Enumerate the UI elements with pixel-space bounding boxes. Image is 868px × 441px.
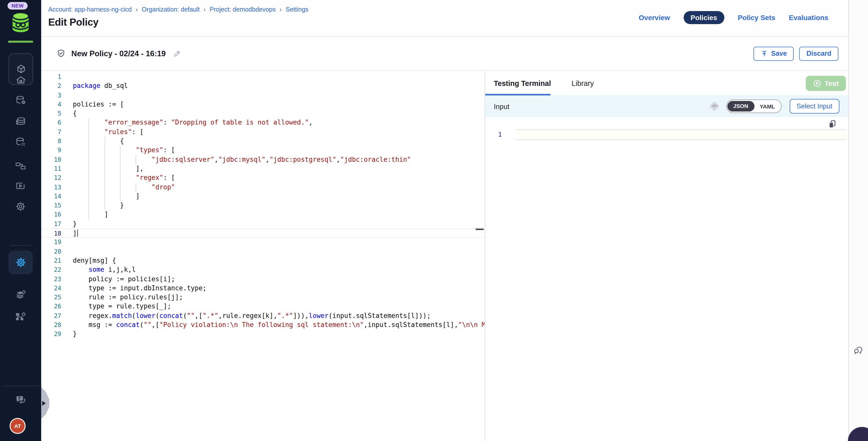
line-number: 22 bbox=[41, 265, 61, 275]
code-line[interactable]: 21deny[msg] { bbox=[41, 256, 485, 265]
code-line[interactable]: 8 { bbox=[41, 137, 485, 146]
project-settings-active-tile[interactable] bbox=[8, 251, 33, 274]
home-icon[interactable] bbox=[0, 74, 41, 86]
line-number: 2 bbox=[41, 82, 61, 91]
code-line[interactable]: 22 some i,j,k,l bbox=[41, 265, 485, 275]
code-line[interactable]: 24 type := input.dbInstance.type; bbox=[41, 284, 485, 293]
line-number: 8 bbox=[41, 137, 61, 146]
new-badge: NEW bbox=[7, 2, 28, 9]
line-number: 29 bbox=[41, 330, 61, 339]
test-button[interactable]: Test bbox=[806, 76, 846, 91]
code-line[interactable]: 18] bbox=[41, 228, 485, 238]
code-line[interactable]: 16 ] bbox=[41, 210, 485, 220]
left-nav-sidebar: NEW bbox=[0, 0, 41, 441]
line-number: 3 bbox=[41, 91, 61, 100]
line-number: 18 bbox=[41, 229, 61, 238]
code-line[interactable]: 25 rule := policy.rules[j]; bbox=[41, 293, 485, 302]
policy-name: New Policy - 02/24 - 16:19 bbox=[71, 49, 166, 58]
db-instance-settings-icon[interactable] bbox=[0, 94, 41, 106]
input-line-number: 1 bbox=[485, 131, 502, 138]
line-number: 12 bbox=[41, 174, 61, 183]
help-icon[interactable]: ? bbox=[0, 393, 41, 406]
code-line[interactable]: 20 bbox=[41, 247, 485, 256]
cube-icon bbox=[14, 63, 27, 75]
code-line[interactable]: 13 "drop" bbox=[41, 183, 485, 192]
line-number: 10 bbox=[41, 155, 61, 164]
db-schema-icon[interactable] bbox=[0, 136, 41, 148]
chat-bubbles-icon[interactable] bbox=[853, 345, 864, 358]
code-line[interactable]: 11 ], bbox=[41, 164, 485, 174]
breadcrumb-link[interactable]: Project: demodbdevops bbox=[210, 6, 276, 13]
input-editor[interactable]: 1 bbox=[485, 117, 848, 177]
line-number: 4 bbox=[41, 100, 61, 109]
code-line[interactable]: 5{ bbox=[41, 109, 485, 118]
active-module-underline bbox=[8, 41, 33, 43]
active-gear-icon bbox=[14, 256, 27, 269]
select-input-button[interactable]: Select Input bbox=[789, 99, 839, 114]
save-button[interactable]: Save bbox=[753, 46, 794, 61]
code-format-icon: </> bbox=[709, 101, 719, 112]
shield-check-icon bbox=[56, 49, 66, 58]
format-toggle: JSON YAML bbox=[726, 99, 781, 113]
discard-button[interactable]: Discard bbox=[800, 46, 838, 61]
svg-text:?: ? bbox=[18, 396, 21, 401]
code-line[interactable]: 3 bbox=[41, 91, 485, 100]
org-settings-icon[interactable] bbox=[0, 310, 41, 323]
copy-icon[interactable] bbox=[828, 120, 836, 130]
line-number: 9 bbox=[41, 146, 61, 155]
tab-overview[interactable]: Overview bbox=[639, 13, 670, 22]
text-cursor bbox=[78, 229, 78, 237]
code-line[interactable]: 29} bbox=[41, 330, 485, 339]
line-number: 27 bbox=[41, 311, 61, 320]
tab-evaluations[interactable]: Evaluations bbox=[789, 13, 828, 22]
layers-settings-icon[interactable] bbox=[0, 288, 41, 302]
code-line[interactable]: 9 "types": [ bbox=[41, 146, 485, 155]
code-line[interactable]: 10 "jdbc:sqlserver","jdbc:mysql","jdbc:p… bbox=[41, 155, 485, 164]
tab-testing-terminal[interactable]: Testing Terminal bbox=[494, 79, 551, 87]
code-line[interactable]: 7 "rules": [ bbox=[41, 128, 485, 137]
code-editor[interactable]: 12package db_sql34policies := [5{6 "erro… bbox=[41, 71, 485, 441]
line-number: 17 bbox=[41, 220, 61, 229]
chat-widget-button[interactable] bbox=[848, 427, 868, 441]
code-line[interactable]: 19 bbox=[41, 238, 485, 247]
input-label: Input bbox=[494, 102, 509, 110]
terminal-tabs-row: Testing Terminal Library Test bbox=[485, 71, 848, 95]
code-line[interactable]: 14 ] bbox=[41, 192, 485, 201]
toggle-json[interactable]: JSON bbox=[727, 101, 754, 112]
breadcrumb-link[interactable]: Account: app-harness-ng-cicd bbox=[48, 6, 132, 13]
code-line[interactable]: 12 "regex": [ bbox=[41, 174, 485, 183]
input-active-line[interactable] bbox=[516, 129, 846, 140]
code-line[interactable]: 15 } bbox=[41, 201, 485, 210]
code-line[interactable]: 1 bbox=[41, 72, 485, 82]
code-line[interactable]: 23 policy := policies[i]; bbox=[41, 275, 485, 284]
page-title: Edit Policy bbox=[48, 17, 98, 28]
edit-pencil-icon[interactable] bbox=[173, 49, 181, 58]
policy-nav-tabs: OverviewPoliciesPolicy SetsEvaluations bbox=[639, 11, 828, 24]
code-line[interactable]: 17} bbox=[41, 220, 485, 229]
harness-dbdevops-logo-icon[interactable] bbox=[11, 11, 30, 36]
code-line[interactable]: 28 msg := concat("",["Policy violation:\… bbox=[41, 320, 485, 330]
sidebar-divider bbox=[10, 245, 31, 246]
databases-icon[interactable] bbox=[0, 116, 41, 128]
line-number: 15 bbox=[41, 201, 61, 210]
line-number: 23 bbox=[41, 275, 61, 284]
toggle-yaml[interactable]: YAML bbox=[754, 103, 780, 109]
settings-gear-icon[interactable] bbox=[0, 200, 41, 213]
pipelines-icon[interactable] bbox=[0, 160, 41, 172]
avatar[interactable]: AT bbox=[10, 419, 25, 433]
breadcrumb-link[interactable]: Organization: default bbox=[142, 6, 200, 13]
chevron-right-icon bbox=[42, 401, 46, 406]
tab-policy-sets[interactable]: Policy Sets bbox=[738, 13, 775, 22]
line-number: 24 bbox=[41, 284, 61, 293]
tab-library[interactable]: Library bbox=[571, 79, 594, 87]
code-line[interactable]: 27 regex.match(lower(concat("",[".*",rul… bbox=[41, 311, 485, 320]
code-line[interactable]: 6 "error_message": "Dropping of table is… bbox=[41, 118, 485, 128]
executions-icon[interactable] bbox=[0, 180, 41, 192]
right-edge-strip bbox=[848, 0, 868, 441]
tab-policies[interactable]: Policies bbox=[684, 11, 724, 24]
code-line[interactable]: 2package db_sql bbox=[41, 82, 485, 91]
code-line[interactable]: 26 type = rule.types[_]; bbox=[41, 302, 485, 311]
breadcrumb-separator: › bbox=[135, 6, 137, 13]
breadcrumb-link[interactable]: Settings bbox=[286, 6, 308, 13]
code-line[interactable]: 4policies := [ bbox=[41, 100, 485, 109]
